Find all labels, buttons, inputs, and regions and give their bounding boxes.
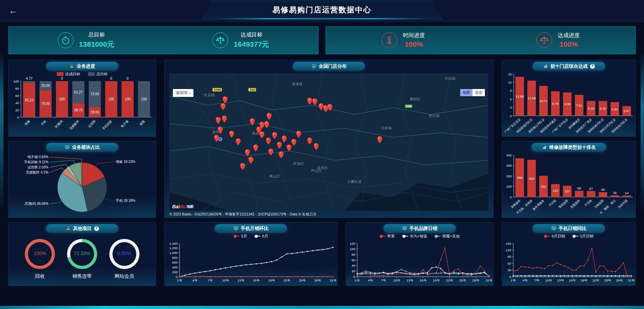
app-header: ← 易修易购门店运营数据中心 <box>0 0 644 22</box>
store-pin[interactable] <box>259 122 265 129</box>
store-pin[interactable] <box>277 142 282 149</box>
panel-title-text: 其他项目 <box>73 225 92 232</box>
store-pin[interactable] <box>222 115 227 123</box>
store-pin[interactable] <box>214 135 219 142</box>
svg-text:主板故障: 主板故障 <box>593 199 604 209</box>
map-canvas[interactable]: 深圳市 ▾ 地图 混合 Baidu地图 长安镇清溪镇沙田镇惠阳区西区镇坑梓镇龙华… <box>169 73 488 211</box>
help-icon[interactable]: ? <box>590 64 595 69</box>
store-pin[interactable] <box>223 96 228 103</box>
legend-item[interactable]: 华为+智选 <box>402 234 427 239</box>
panel-daily-yoy: 手机日销同比 6月日销5月日销 03060901201501号4号7号10号13… <box>502 222 636 286</box>
legend-item[interactable]: 总目标 <box>88 71 108 77</box>
store-pin[interactable] <box>307 98 312 105</box>
svg-text:4号: 4号 <box>522 278 528 282</box>
svg-text:1,000: 1,000 <box>169 251 178 255</box>
store-pin[interactable] <box>272 132 277 139</box>
svg-text:10号: 10号 <box>222 278 229 282</box>
help-icon[interactable]: ? <box>94 226 99 231</box>
store-pin[interactable] <box>318 103 323 110</box>
svg-text:13号: 13号 <box>237 278 245 282</box>
svg-text:25.00: 25.00 <box>41 84 50 88</box>
map-city-selector[interactable]: 深圳市 ▾ <box>173 89 193 97</box>
svg-text:13号: 13号 <box>557 278 564 282</box>
svg-text:59: 59 <box>577 186 581 190</box>
ring-linked-sales: 71.33% 销售连带 <box>67 239 97 279</box>
store-pin[interactable] <box>218 126 223 134</box>
store-pin[interactable] <box>327 104 332 111</box>
svg-text:19号: 19号 <box>433 278 440 282</box>
legend-item[interactable]: 6月日销 <box>544 234 565 239</box>
svg-text:9: 9 <box>510 89 512 92</box>
module-share-pie-chart: 维修 18.23%手机 28.18%电子烟 0.69%手机回收 8.11%运营商… <box>9 152 156 218</box>
kpi-label: 达成目标 <box>234 31 269 38</box>
panel-other-projects: 其他项目 ? 100% 回收 71.33% 销售连带 0.00% 网站会员 <box>8 222 156 286</box>
store-pin[interactable] <box>313 143 319 150</box>
svg-text:400: 400 <box>172 265 178 269</box>
svg-text:107: 107 <box>565 189 570 193</box>
store-pin[interactable] <box>264 121 269 128</box>
svg-text:600: 600 <box>172 261 178 264</box>
store-pin[interactable] <box>253 144 258 152</box>
store-pin[interactable] <box>220 103 225 110</box>
store-pin[interactable] <box>278 151 284 158</box>
svg-text:0: 0 <box>510 195 512 199</box>
svg-text:200: 200 <box>172 270 178 274</box>
svg-text:28号: 28号 <box>616 278 623 282</box>
svg-text:120: 120 <box>350 242 355 245</box>
svg-text:电子烟 0.69%: 电子烟 0.69% <box>27 155 48 159</box>
compass-icon <box>311 64 317 69</box>
svg-text:手机 28.18%: 手机 28.18% <box>115 199 135 202</box>
svg-text:0: 0 <box>61 77 63 80</box>
map-type-map-button[interactable]: 地图 <box>460 89 473 96</box>
panel-title-text: 全国门店分布 <box>319 63 347 69</box>
svg-text:100: 100 <box>506 185 512 188</box>
store-pin[interactable] <box>240 163 245 170</box>
svg-text:13号: 13号 <box>407 278 414 282</box>
svg-text:400: 400 <box>506 153 512 157</box>
svg-text:手机回收: 手机回收 <box>102 119 113 131</box>
svg-text:202: 202 <box>541 185 546 188</box>
back-button[interactable]: ← <box>9 5 17 16</box>
store-pin[interactable] <box>259 131 265 139</box>
store-pin[interactable] <box>287 144 292 152</box>
svg-text:19号: 19号 <box>268 278 275 282</box>
svg-text:8.79: 8.79 <box>552 102 559 106</box>
monitor-icon <box>551 226 556 231</box>
svg-text:25号: 25号 <box>604 278 611 282</box>
store-pin[interactable] <box>307 137 312 145</box>
legend-item[interactable]: 达成目标 <box>57 71 80 77</box>
legend-item[interactable]: 荣耀+其他 <box>435 234 459 239</box>
store-pin[interactable] <box>282 135 287 143</box>
store-pin[interactable] <box>291 139 296 146</box>
ring-label: 网站会员 <box>109 273 140 279</box>
store-pin[interactable] <box>268 148 274 156</box>
svg-text:120: 120 <box>506 248 511 252</box>
kpi-panel-progress: 时间进度 100% 达成进度 100% <box>325 26 636 54</box>
store-pin[interactable] <box>245 149 250 156</box>
svg-text:1号: 1号 <box>511 278 516 282</box>
store-pin[interactable] <box>266 137 271 145</box>
right-edge-glow <box>641 52 644 213</box>
legend-item[interactable]: 5月日销 <box>573 234 593 239</box>
store-pin[interactable] <box>215 117 221 124</box>
store-pin[interactable] <box>229 131 234 138</box>
legend-item[interactable]: 5月 <box>234 234 247 239</box>
legend-item[interactable]: 6月 <box>255 234 268 239</box>
svg-text:22号: 22号 <box>446 278 453 282</box>
svg-text:95.23: 95.23 <box>25 98 33 102</box>
map-type-mixed-button[interactable]: 混合 <box>473 89 485 96</box>
store-pin[interactable] <box>250 118 255 125</box>
map-type-toggle: 地图 混合 <box>460 89 485 96</box>
legend-item[interactable]: 苹果 <box>380 234 395 239</box>
store-pin[interactable] <box>235 138 241 145</box>
store-pin[interactable] <box>266 113 271 120</box>
store-pin[interactable] <box>312 98 318 106</box>
svg-text:电子烟: 电子烟 <box>120 119 129 128</box>
store-pin[interactable] <box>248 157 253 164</box>
svg-text:60: 60 <box>352 258 355 262</box>
kpi-panel-targets: 总目标 1381000元 达成目标 1649377元 <box>8 26 319 54</box>
svg-text:屏幕损坏: 屏幕损坏 <box>510 199 521 209</box>
svg-text:100: 100 <box>125 97 131 101</box>
store-pin[interactable] <box>296 131 301 138</box>
store-pin[interactable] <box>377 136 382 143</box>
